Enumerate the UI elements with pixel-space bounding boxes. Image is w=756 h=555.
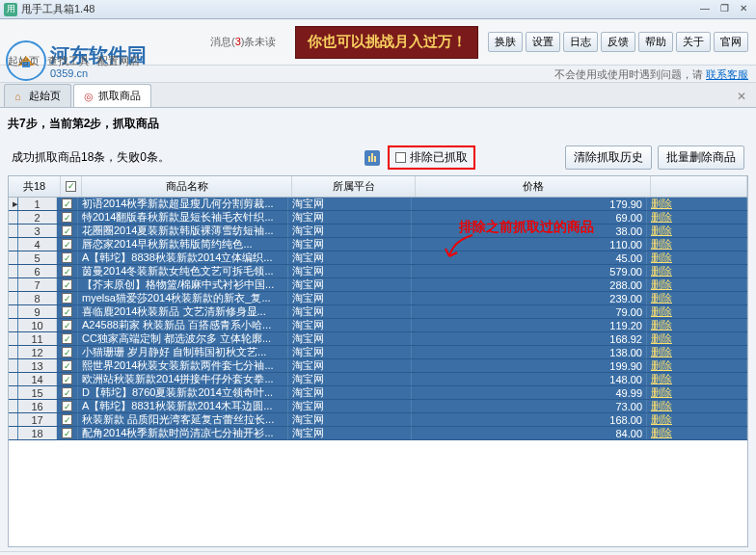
row-checkbox[interactable]: ✓ <box>57 238 78 251</box>
row-delete[interactable]: 删除 <box>647 305 747 318</box>
nav-search[interactable]: 查找工具 <box>47 54 90 68</box>
row-delete[interactable]: 删除 <box>647 413 747 426</box>
col-name[interactable]: 商品名称 <box>82 176 292 197</box>
table-row[interactable]: 8✓myelsa猫爱莎2014秋装新款的新衣_复...淘宝网239.00删除 <box>9 292 747 305</box>
row-delete[interactable]: 删除 <box>647 400 747 412</box>
row-checkbox[interactable]: ✓ <box>57 359 78 372</box>
row-delete[interactable]: 删除 <box>647 198 747 210</box>
col-platform[interactable]: 所属平台 <box>292 176 416 197</box>
row-checkbox[interactable]: ✓ <box>57 265 78 278</box>
table-row[interactable]: 2✓特2014翻版春秋新款显短长袖毛衣针织...淘宝网69.00删除 <box>9 211 747 225</box>
website-button[interactable]: 官网 <box>714 32 748 52</box>
row-checkbox[interactable]: ✓ <box>57 319 78 331</box>
clear-history-button[interactable]: 清除抓取历史 <box>565 145 652 170</box>
row-checkbox[interactable]: ✓ <box>57 198 78 210</box>
row-index: 13 <box>18 359 57 372</box>
table-row[interactable]: 5✓A【韩坨】8838秋装新款2014立体编织...淘宝网45.00删除 <box>9 251 747 265</box>
restore-button[interactable]: ❐ <box>716 3 733 16</box>
row-checkbox[interactable]: ✓ <box>57 427 78 439</box>
col-checkbox[interactable]: ✓ <box>61 176 82 197</box>
row-delete[interactable]: 删除 <box>647 265 747 278</box>
skin-button[interactable]: 换肤 <box>488 32 523 52</box>
table-row[interactable]: 18✓配角2014秋季新款时尚清凉七分袖开衫...淘宝网84.00删除 <box>9 427 747 440</box>
row-checkbox[interactable]: ✓ <box>57 373 78 385</box>
contact-link[interactable]: 联系客服 <box>706 68 748 80</box>
table-row[interactable]: 10✓A24588莉家 秋装新品 百搭感青系小哈...淘宝网119.20删除 <box>9 319 747 332</box>
tab-capture[interactable]: ◎ 抓取商品 <box>73 84 151 107</box>
row-delete[interactable]: 删除 <box>647 359 747 372</box>
row-price: 579.00 <box>412 265 647 278</box>
row-checkbox[interactable]: ✓ <box>57 346 78 358</box>
row-delete[interactable]: 删除 <box>647 238 747 251</box>
row-name: 特2014翻版春秋新款显短长袖毛衣针织... <box>78 211 288 224</box>
promo-banner[interactable]: 你也可以挑战月入过万！ <box>295 26 478 59</box>
row-name: 熙世界2014秋装女装新款两件套七分袖... <box>78 359 288 372</box>
row-delete[interactable]: 删除 <box>647 251 747 264</box>
tab-home[interactable]: ⌂ 起始页 <box>4 84 71 107</box>
batch-delete-button[interactable]: 批量删除商品 <box>658 145 744 170</box>
message-indicator[interactable]: 消息(3)条未读 <box>210 35 276 49</box>
nav-config[interactable]: 配置网店 <box>97 54 140 68</box>
row-index: 5 <box>18 251 57 264</box>
exclude-checkbox[interactable] <box>395 152 406 163</box>
row-index: 14 <box>18 373 57 385</box>
nav-home[interactable]: 起始页 <box>8 54 40 68</box>
row-delete[interactable]: 删除 <box>647 386 747 399</box>
table-row[interactable]: 17✓秋装新款 品质阳光湾客延复古蕾丝拉长...淘宝网168.00删除 <box>9 413 747 427</box>
exclude-checkbox-wrap[interactable]: 排除已抓取 <box>388 145 475 170</box>
row-delete[interactable]: 删除 <box>647 373 747 385</box>
table-row[interactable]: 7✓【芥末原创】格物篮/棉麻中式衬衫中国...淘宝网288.00删除 <box>9 278 747 292</box>
row-price: 138.00 <box>412 346 647 358</box>
action-row: 成功抓取商品18条，失败0条。 排除已抓取 清除抓取历史 批量删除商品 <box>8 136 748 175</box>
table-row[interactable]: 15✓D【韩坨】8760夏装新款2014立领奇叶...淘宝网49.99删除 <box>9 386 747 400</box>
row-price: 79.00 <box>412 305 647 318</box>
row-price: 199.90 <box>412 359 647 372</box>
row-marker <box>9 332 18 345</box>
row-delete[interactable]: 删除 <box>647 319 747 331</box>
row-name: CC独家高端定制 都选波尔多 立体轮廓... <box>78 332 288 345</box>
row-checkbox[interactable]: ✓ <box>57 251 78 264</box>
row-delete[interactable]: 删除 <box>647 225 747 237</box>
row-delete[interactable]: 删除 <box>647 278 747 291</box>
table-row[interactable]: 13✓熙世界2014秋装女装新款两件套七分袖...淘宝网199.90删除 <box>9 359 747 373</box>
table-row[interactable]: 16✓A【韩坨】8831秋装新款2014木耳边圆...淘宝网73.00删除 <box>9 400 747 413</box>
row-checkbox[interactable]: ✓ <box>57 413 78 426</box>
row-checkbox[interactable]: ✓ <box>57 292 78 304</box>
row-checkbox[interactable]: ✓ <box>57 305 78 318</box>
row-name: 小猫珊珊 岁月静好 自制韩国初秋文艺... <box>78 346 288 358</box>
feedback-button[interactable]: 反馈 <box>601 32 635 52</box>
content: 共7步，当前第2步，抓取商品 排除之前抓取过的商品 成功抓取商品18条，失败0条… <box>0 108 756 551</box>
table-row[interactable]: 11✓CC独家高端定制 都选波尔多 立体轮廓...淘宝网168.92删除 <box>9 332 747 346</box>
table-row[interactable]: 3✓花圈圈2014夏装新款韩版裸薄雪纺短袖...淘宝网38.00删除 <box>9 225 747 238</box>
close-button[interactable]: ✕ <box>735 3 752 16</box>
table-row[interactable]: 6✓茵曼2014冬装新款女纯色文艺可拆毛领...淘宝网579.00删除 <box>9 265 747 278</box>
row-marker <box>9 346 18 358</box>
row-checkbox[interactable]: ✓ <box>57 400 78 412</box>
tab-close-button[interactable]: ✕ <box>735 90 748 103</box>
log-button[interactable]: 日志 <box>563 32 598 52</box>
help-button[interactable]: 帮助 <box>638 32 673 52</box>
row-delete[interactable]: 删除 <box>647 427 747 439</box>
about-button[interactable]: 关于 <box>676 32 711 52</box>
minimize-button[interactable]: — <box>696 3 714 16</box>
row-checkbox[interactable]: ✓ <box>57 278 78 291</box>
row-platform: 淘宝网 <box>288 346 412 358</box>
table-row[interactable]: ▸1✓初语2014秋季新款超显瘦几何分割剪裁...淘宝网179.90删除 <box>9 198 747 211</box>
table-row[interactable]: 9✓喜临鹿2014秋装新品 文艺清新修身显...淘宝网79.00删除 <box>9 305 747 319</box>
col-price[interactable]: 价格 <box>416 176 651 197</box>
tabbar: ⌂ 起始页 ◎ 抓取商品 ✕ <box>0 83 756 108</box>
row-checkbox[interactable]: ✓ <box>57 211 78 224</box>
row-checkbox[interactable]: ✓ <box>57 386 78 399</box>
table-row[interactable]: 4✓唇恋家2014早秋新款韩版简约纯色...淘宝网110.00删除 <box>9 238 747 251</box>
table-row[interactable]: 12✓小猫珊珊 岁月静好 自制韩国初秋文艺...淘宝网138.00删除 <box>9 346 747 359</box>
footer: 全选 反选 全不选 上一步 下一步 重新抓取 <box>0 551 756 555</box>
settings-button[interactable]: 设置 <box>526 32 560 52</box>
table-row[interactable]: 14✓欧洲站秋装新款2014拼接牛仔外套女拳...淘宝网148.00删除 <box>9 373 747 386</box>
row-checkbox[interactable]: ✓ <box>57 225 78 237</box>
row-delete[interactable]: 删除 <box>647 292 747 304</box>
row-price: 168.92 <box>412 332 647 345</box>
row-checkbox[interactable]: ✓ <box>57 332 78 345</box>
row-delete[interactable]: 删除 <box>647 346 747 358</box>
row-delete[interactable]: 删除 <box>647 332 747 345</box>
row-delete[interactable]: 删除 <box>647 211 747 224</box>
